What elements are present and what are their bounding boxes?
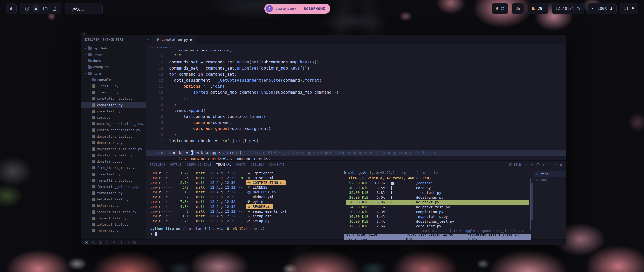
tree-file-formatting_test.py[interactable]: formatting_test.py [81,177,146,184]
now-playing[interactable]: ♪ Lazerpunk - ROBOPHONK [264,4,330,14]
folder-icon[interactable] [106,241,109,244]
code-line[interactable]: 12 opts_assignment = _GetOptsAssignmentT… [146,77,566,83]
kill-terminal-icon[interactable] [543,163,546,166]
tree-folder-.github[interactable]: ▸.github [81,45,146,51]
notifications-widget[interactable]: 11 [620,3,638,14]
code-line[interactable]: 3 ) [146,132,566,138]
code-line[interactable]: 14commands_set = commands_set.union(set(… [146,65,566,71]
file-name[interactable]: setup.py [246,219,269,223]
file-icon[interactable] [51,5,58,12]
launcher-button[interactable]: A [6,3,17,14]
file-name[interactable]: ◆.gitignore [246,171,274,176]
code-line[interactable]: 5 command=command, [146,120,566,126]
tree-file-completion.py[interactable]: completion.py [81,102,146,108]
arrow-down-icon[interactable] [113,241,116,244]
tree-folder-fire[interactable]: ▾fire [81,70,146,77]
dua-scrollbar[interactable] [531,183,533,221]
dua-entry-inspectutils.py[interactable]: 16.00 KiB|3.4%||inspectutils.py [346,214,529,219]
code-line[interactable]: 8 ) [146,101,566,108]
tree-folder-.venv[interactable]: ▸.venv [81,51,146,58]
clock-widget[interactable]: 12:40:24 [552,3,584,14]
code-line[interactable]: 1 lastcommand_checks=lastcommand_checks, [146,156,566,160]
arrow-up-icon[interactable] [120,241,123,244]
maximize-panel-icon[interactable] [554,163,557,166]
tree-file-__init__.py[interactable]: __init__.py [81,83,146,89]
new-terminal-icon[interactable] [524,163,528,166]
file-name[interactable]: ≡requirements.txt [246,209,287,214]
panel-tab-output[interactable]: OUTPUT [170,161,181,169]
package-icon[interactable] [99,241,102,244]
chevron-down-icon[interactable] [531,163,533,166]
code-line[interactable]: 9 ), [146,95,566,101]
tree-file-helptext_test.py[interactable]: helptext_test.py [81,196,146,202]
tree-file-docstrings_test.py[interactable]: docstrings_test.py [81,152,146,158]
breadcrumb[interactable]: no elements [146,44,566,50]
explorer-more-icon[interactable]: ⋯ [147,38,149,41]
more-icon[interactable]: ⋯ [127,240,129,245]
code-line[interactable]: 176checks = check_wrapper.format(David B… [146,150,566,156]
code-line[interactable]: 7 lines.append( [146,108,566,114]
dua-entry-completion.py[interactable]: 20.00 KiB|4.3%||completion.py [346,210,529,214]
tree-folder-docs[interactable]: ▸docs [81,58,146,64]
remote-indicator-icon[interactable] [85,241,88,244]
dua-entry-helptext.py[interactable]: 28.00 KiB|6.0%||helptext.py [346,200,529,205]
code-editor[interactable]: 17 commands_set.add(name)16 """15command… [146,50,566,160]
modified-dot-icon[interactable]: ● [190,38,192,41]
dua-entry-docstrings_test.py[interactable]: 16.00 KiB|3.4%||docstrings_test.py [346,219,529,224]
terminal[interactable]: .rw-r--r--1.2kmatt12 Aug 12:32--◆.gitign… [146,169,341,239]
dua-entry-fire_test.py[interactable]: 32.00 KiB|6.8%||fire_test.py [346,190,529,195]
weather-widget[interactable]: 29° [527,3,548,14]
tree-file-formatting.py[interactable]: formatting.py [81,190,146,196]
audio-visualizer[interactable] [65,3,103,14]
panel-tab-debug-console[interactable]: DEBUG CONSOLE [186,161,211,169]
tree-file-inspectutils_test.py[interactable]: inspectutils_test.py [81,209,146,215]
dua-entry-core.py[interactable]: 40.00 KiB|8.5%||core.py [346,186,529,190]
code-line[interactable]: 10 sorted(options_map[command].union(sub… [146,89,566,95]
panel-tab-ports[interactable]: PORTS [236,161,246,169]
code-line[interactable]: 16 """ [146,53,566,59]
tree-file-interact.py[interactable]: interact.py [81,228,146,234]
panel-tab-terminal[interactable]: TERMINAL [216,161,231,169]
explorer-sidebar[interactable]: ▸.github▸.venv▸docs▸examples▾fire▸consol… [81,44,146,239]
code-line[interactable]: 2lastcommand_checks = '\n'.join(lines) [146,138,566,144]
file-name[interactable]: !mkdocs.yml [246,195,274,199]
tree-file-decorators.py[interactable]: decorators.py [81,140,146,146]
dua-entry-docstrings.py[interactable]: 28.00 KiB|6.0%||docstrings.py [346,195,529,200]
tree-folder-console[interactable]: ▸console [81,77,146,83]
tree-file-inspectutils.py[interactable]: inspectutils.py [81,215,146,221]
n-badge-icon[interactable]: N [33,5,39,12]
code-line[interactable]: 11 options=' '.join( [146,83,566,89]
gear-icon[interactable] [133,241,136,244]
tree-file-helptext.py[interactable]: helptext.py [81,202,146,209]
file-name[interactable]: pylintrc [246,199,269,204]
code-line[interactable]: 1 [146,144,566,150]
tree-file-docstrings_fuzz_test.py[interactable]: docstrings_fuzz_test.py [81,146,146,152]
file-name[interactable]: ◈README.md [246,204,273,209]
search-icon[interactable] [92,241,95,244]
tree-file-core_test.py[interactable]: core_test.py [81,108,146,114]
tree-file-custom_descriptions_test.py[interactable]: custom_descriptions_test.py [81,121,146,127]
updates-widget[interactable]: 9 [492,3,508,14]
disc-icon[interactable] [24,5,30,12]
file-name[interactable]: ⚙setup.cfg [246,214,272,219]
code-line[interactable]: 6 lastcommand_check_template.format( [146,114,566,120]
file-name[interactable]: ⓂCONTRIBUTING.md [246,180,286,185]
volume-widget[interactable]: 100% [587,3,617,14]
close-panel-icon[interactable]: × [560,162,562,167]
file-name[interactable]: ⓂMANIFEST.in [246,190,276,195]
panel-tab-comments[interactable]: COMMENTS [269,161,284,169]
code-line[interactable]: 17 commands_set.add(name) [146,50,566,53]
panel-tab-problems[interactable]: PROBLEMS [150,161,165,169]
panel-tab-gitlens[interactable]: GITLENS [251,161,264,169]
terminal-profile[interactable]: fish [509,163,521,167]
tree-file-fire_import_test.py[interactable]: fire_import_test.py [81,165,146,171]
tree-file-custom_descriptions.py[interactable]: custom_descriptions.py [81,127,146,133]
tree-file-__main__.py[interactable]: __main__.py [81,89,146,95]
terminal-session-dua[interactable]: dua [534,177,566,183]
tab-completion-py[interactable]: completion.py ● [152,35,196,44]
tree-file-fire_test.py[interactable]: fire_test.py [81,171,146,177]
tree-folder-examples[interactable]: ▸examples [81,64,146,70]
split-terminal-icon[interactable] [536,163,540,166]
tree-file-decorators_test.py[interactable]: decorators_test.py [81,133,146,140]
file-name[interactable]: ⚙.mise.toml [246,176,274,180]
